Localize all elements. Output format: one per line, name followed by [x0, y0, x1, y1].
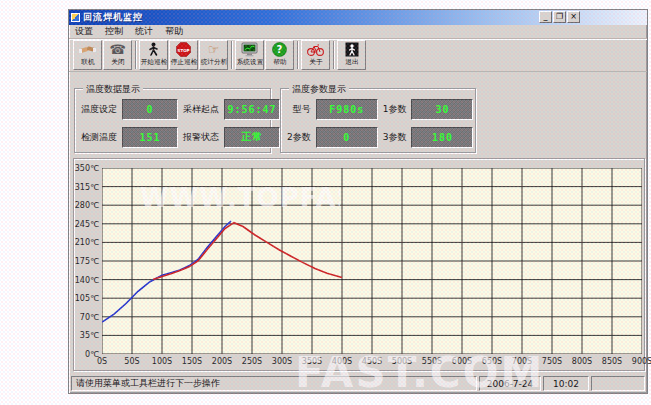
menu-item-statistics[interactable]: 统计	[135, 25, 153, 38]
temp-params-groupbox: 温度参数显示 型号 F980s 1参数 30 2参数 0 3参数 180	[280, 88, 476, 153]
param1-display: 30	[411, 99, 473, 120]
toolbar-separator	[135, 41, 137, 69]
x-tick-label: 650S	[482, 357, 502, 366]
toolbar: 联机 ☎ 关闭 开始巡检	[69, 39, 647, 72]
menu-item-settings[interactable]: 设置	[75, 25, 93, 38]
param3-label: 3参数	[383, 131, 407, 144]
x-tick-label: 400S	[332, 357, 352, 366]
y-tick-label: 35℃	[74, 331, 99, 340]
temp-data-title: 温度数据显示	[83, 83, 143, 96]
x-tick-label: 450S	[362, 357, 382, 366]
x-tick-label: 550S	[422, 357, 442, 366]
toolbar-separator	[231, 41, 233, 69]
minimize-button[interactable]: _	[539, 11, 552, 23]
menu-item-help[interactable]: 帮助	[165, 25, 183, 38]
menu-item-control[interactable]: 控制	[105, 25, 123, 38]
close-button[interactable]: ×	[567, 11, 580, 23]
status-message: 请使用菜单或工具栏进行下一步操作	[71, 376, 477, 391]
sample-start-label: 采样起点	[183, 103, 219, 116]
x-tick-label: 200S	[212, 357, 232, 366]
menu-bar: 设置 控制 统计 帮助	[69, 25, 647, 39]
measured-temp-label: 检测温度	[81, 131, 117, 144]
x-tick-label: 500S	[392, 357, 412, 366]
chart-plot	[102, 168, 642, 354]
x-tick-label: 350S	[302, 357, 322, 366]
about-button[interactable]: 关于	[301, 40, 330, 70]
exit-button[interactable]: 退出	[337, 40, 366, 70]
x-tick-label: 0S	[97, 357, 107, 366]
temp-params-title: 温度参数显示	[289, 83, 349, 96]
param3-display: 180	[411, 127, 473, 148]
alarm-status-display: 正常	[224, 127, 280, 148]
y-tick-label: 210℃	[74, 238, 99, 247]
maximize-button[interactable]: ❐	[553, 11, 566, 23]
screenshot-stage: 回流焊机监控 _ ❐ × 设置 控制 统计 帮助	[0, 0, 651, 405]
param2-label: 2参数	[287, 131, 311, 144]
start-patrol-button[interactable]: 开始巡检	[139, 40, 168, 70]
x-tick-label: 750S	[542, 357, 562, 366]
svg-text:?: ?	[277, 44, 283, 55]
x-tick-label: 900S	[632, 357, 651, 366]
temp-setpoint-label: 温度设定	[81, 103, 117, 116]
sample-start-display: 9:56:47	[224, 99, 280, 120]
help-button[interactable]: ? 帮助	[265, 40, 294, 70]
x-tick-label: 250S	[242, 357, 262, 366]
status-time: 10:02	[543, 376, 589, 391]
x-tick-label: 300S	[272, 357, 292, 366]
y-tick-label: 175℃	[74, 257, 99, 266]
toolbar-separator	[333, 41, 335, 69]
alarm-status-label: 报警状态	[183, 131, 219, 144]
y-tick-label: 280℃	[74, 201, 99, 210]
y-tick-label: 140℃	[74, 276, 99, 285]
toolbar-separator	[297, 41, 299, 69]
temp-setpoint-display: 0	[122, 99, 178, 120]
bicycle-icon	[307, 41, 324, 58]
svg-text:STOP: STOP	[178, 48, 190, 53]
temp-data-groupbox: 温度数据显示 温度设定 0 采样起点 9:56:47 检测温度 151 报警状态…	[74, 88, 271, 153]
stop-patrol-button[interactable]: STOP 停止巡检	[169, 40, 198, 70]
x-tick-label: 800S	[572, 357, 592, 366]
status-bar: 请使用菜单或工具栏进行下一步操作 2006-7-24 10:02	[71, 376, 645, 391]
monitor-icon	[241, 41, 258, 58]
handshake-icon	[79, 41, 96, 58]
title-bar[interactable]: 回流焊机监控 _ ❐ ×	[69, 10, 647, 25]
x-tick-label: 150S	[182, 357, 202, 366]
x-tick-label: 600S	[452, 357, 472, 366]
x-tick-label: 700S	[512, 357, 532, 366]
app-icon	[71, 13, 80, 22]
question-mark-icon: ?	[272, 41, 287, 58]
x-tick-label: 50S	[124, 357, 139, 366]
phone-icon: ☎	[109, 41, 125, 58]
status-filler	[591, 376, 645, 391]
window-controls: _ ❐ ×	[539, 11, 580, 23]
param1-label: 1参数	[383, 103, 407, 116]
x-tick-label: 100S	[152, 357, 172, 366]
connect-button[interactable]: 联机	[73, 40, 102, 70]
disconnect-button[interactable]: ☎ 关闭	[103, 40, 132, 70]
y-tick-label: 105℃	[74, 294, 99, 303]
stop-sign-icon: STOP	[176, 41, 191, 58]
param2-display: 0	[316, 127, 378, 148]
exit-door-icon	[345, 41, 359, 58]
statistics-analysis-button[interactable]: ☞ 统计分析	[199, 40, 228, 70]
pointing-hand-icon: ☞	[208, 41, 220, 58]
window-title: 回流焊机监控	[83, 11, 143, 24]
y-tick-label: 0℃	[74, 350, 99, 359]
app-window: 回流焊机监控 _ ❐ × 设置 控制 统计 帮助	[68, 9, 648, 394]
y-tick-label: 245℃	[74, 220, 99, 229]
y-tick-label: 70℃	[74, 313, 99, 322]
measured-temp-display: 151	[122, 127, 178, 148]
y-tick-label: 315℃	[74, 183, 99, 192]
model-label: 型号	[287, 103, 311, 116]
status-date: 2006-7-24	[479, 376, 541, 391]
y-tick-label: 350℃	[74, 164, 99, 173]
temperature-chart: 350℃315℃280℃245℃210℃175℃140℃105℃70℃35℃0℃…	[73, 158, 645, 371]
walking-person-icon	[147, 41, 160, 58]
model-display: F980s	[316, 99, 378, 120]
system-settings-button[interactable]: 系统设置	[235, 40, 264, 70]
x-tick-label: 850S	[602, 357, 622, 366]
